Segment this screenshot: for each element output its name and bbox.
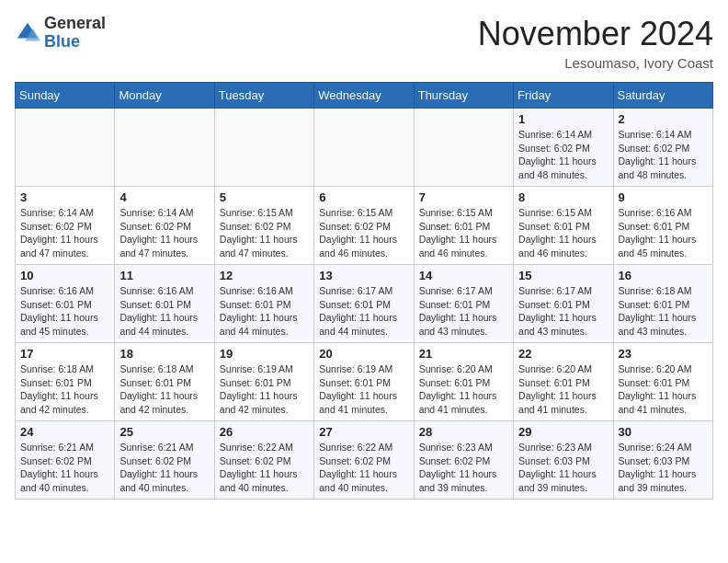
day-info: Sunrise: 6:23 AMSunset: 6:03 PMDaylight:…: [518, 441, 608, 495]
day-info: Sunrise: 6:20 AMSunset: 6:01 PMDaylight:…: [518, 362, 608, 417]
day-info: Sunrise: 6:20 AMSunset: 6:01 PMDaylight:…: [619, 362, 708, 417]
calendar-cell: 17Sunrise: 6:18 AMSunset: 6:01 PMDayligh…: [16, 343, 115, 421]
day-info: Sunrise: 6:18 AMSunset: 6:01 PMDaylight:…: [119, 362, 209, 417]
weekday-header-saturday: Saturday: [613, 83, 712, 109]
day-number: 18: [119, 347, 209, 361]
day-number: 28: [419, 425, 508, 439]
calendar-cell: 23Sunrise: 6:20 AMSunset: 6:01 PMDayligh…: [613, 343, 712, 421]
calendar-cell: 11Sunrise: 6:16 AMSunset: 6:01 PMDayligh…: [115, 265, 214, 343]
day-number: 30: [619, 425, 708, 439]
day-number: 17: [20, 347, 109, 361]
calendar-cell: 5Sunrise: 6:15 AMSunset: 6:02 PMDaylight…: [214, 187, 313, 265]
day-number: 14: [419, 269, 508, 282]
calendar-cell: [314, 109, 414, 187]
calendar-cell: 16Sunrise: 6:18 AMSunset: 6:01 PMDayligh…: [613, 265, 712, 343]
calendar-cell: 27Sunrise: 6:22 AMSunset: 6:02 PMDayligh…: [314, 421, 414, 500]
day-info: Sunrise: 6:14 AMSunset: 6:02 PMDaylight:…: [20, 206, 109, 260]
day-number: 26: [220, 425, 309, 439]
day-info: Sunrise: 6:22 AMSunset: 6:02 PMDaylight:…: [319, 441, 408, 495]
logo-general-text: General: [44, 14, 106, 32]
calendar-cell: [414, 109, 513, 187]
title-block: November 2024 Lesoumaso, Ivory Coast: [478, 15, 713, 71]
day-number: 21: [419, 347, 508, 361]
calendar-cell: 20Sunrise: 6:19 AMSunset: 6:01 PMDayligh…: [314, 343, 414, 421]
day-info: Sunrise: 6:15 AMSunset: 6:02 PMDaylight:…: [220, 206, 309, 260]
day-info: Sunrise: 6:17 AMSunset: 6:01 PMDaylight:…: [419, 284, 508, 339]
day-info: Sunrise: 6:14 AMSunset: 6:02 PMDaylight:…: [119, 206, 209, 260]
calendar-table: SundayMondayTuesdayWednesdayThursdayFrid…: [15, 82, 713, 500]
weekday-header-thursday: Thursday: [414, 83, 513, 109]
calendar-cell: 12Sunrise: 6:16 AMSunset: 6:01 PMDayligh…: [214, 265, 313, 343]
day-number: 25: [119, 425, 209, 439]
day-info: Sunrise: 6:14 AMSunset: 6:02 PMDaylight:…: [518, 128, 608, 182]
calendar-cell: 13Sunrise: 6:17 AMSunset: 6:01 PMDayligh…: [314, 265, 414, 343]
day-number: 11: [119, 269, 209, 282]
day-info: Sunrise: 6:15 AMSunset: 6:01 PMDaylight:…: [419, 206, 508, 260]
logo: General Blue: [15, 15, 106, 52]
calendar-cell: 10Sunrise: 6:16 AMSunset: 6:01 PMDayligh…: [16, 265, 115, 343]
calendar-week-5: 24Sunrise: 6:21 AMSunset: 6:02 PMDayligh…: [16, 421, 713, 500]
calendar-cell: 1Sunrise: 6:14 AMSunset: 6:02 PMDaylight…: [514, 109, 613, 187]
day-number: 29: [518, 425, 608, 439]
calendar-cell: 19Sunrise: 6:19 AMSunset: 6:01 PMDayligh…: [214, 343, 313, 421]
day-number: 13: [319, 269, 408, 282]
day-number: 27: [319, 425, 408, 439]
weekday-header-sunday: Sunday: [16, 83, 115, 109]
calendar-cell: [16, 109, 115, 187]
calendar-cell: 21Sunrise: 6:20 AMSunset: 6:01 PMDayligh…: [414, 343, 513, 421]
calendar-cell: [214, 109, 313, 187]
day-info: Sunrise: 6:16 AMSunset: 6:01 PMDaylight:…: [619, 206, 708, 260]
day-info: Sunrise: 6:22 AMSunset: 6:02 PMDaylight:…: [220, 441, 309, 495]
day-info: Sunrise: 6:18 AMSunset: 6:01 PMDaylight:…: [20, 362, 109, 417]
calendar-week-2: 3Sunrise: 6:14 AMSunset: 6:02 PMDaylight…: [16, 187, 713, 265]
day-info: Sunrise: 6:24 AMSunset: 6:03 PMDaylight:…: [619, 441, 708, 495]
calendar-cell: 8Sunrise: 6:15 AMSunset: 6:01 PMDaylight…: [514, 187, 613, 265]
calendar-week-1: 1Sunrise: 6:14 AMSunset: 6:02 PMDaylight…: [16, 109, 713, 187]
day-info: Sunrise: 6:19 AMSunset: 6:01 PMDaylight:…: [319, 362, 408, 417]
calendar-week-4: 17Sunrise: 6:18 AMSunset: 6:01 PMDayligh…: [16, 343, 713, 421]
calendar-cell: 18Sunrise: 6:18 AMSunset: 6:01 PMDayligh…: [115, 343, 214, 421]
day-number: 5: [220, 190, 309, 204]
page-header: General Blue November 2024 Lesoumaso, Iv…: [15, 15, 713, 71]
day-info: Sunrise: 6:17 AMSunset: 6:01 PMDaylight:…: [518, 284, 608, 339]
weekday-header-wednesday: Wednesday: [314, 83, 414, 109]
location: Lesoumaso, Ivory Coast: [478, 55, 713, 71]
calendar-cell: 2Sunrise: 6:14 AMSunset: 6:02 PMDaylight…: [613, 109, 712, 187]
day-number: 1: [518, 112, 608, 126]
day-info: Sunrise: 6:16 AMSunset: 6:01 PMDaylight:…: [220, 284, 309, 339]
day-info: Sunrise: 6:14 AMSunset: 6:02 PMDaylight:…: [619, 128, 708, 182]
logo-blue-text: Blue: [44, 32, 80, 51]
calendar-cell: 14Sunrise: 6:17 AMSunset: 6:01 PMDayligh…: [414, 265, 513, 343]
day-number: 22: [518, 347, 608, 361]
day-number: 3: [20, 190, 109, 204]
calendar-cell: 29Sunrise: 6:23 AMSunset: 6:03 PMDayligh…: [514, 421, 613, 500]
day-info: Sunrise: 6:15 AMSunset: 6:01 PMDaylight:…: [518, 206, 608, 260]
calendar-cell: 4Sunrise: 6:14 AMSunset: 6:02 PMDaylight…: [115, 187, 214, 265]
day-number: 9: [619, 190, 708, 204]
day-info: Sunrise: 6:20 AMSunset: 6:01 PMDaylight:…: [419, 362, 508, 417]
logo-icon: [15, 20, 40, 46]
calendar-cell: 3Sunrise: 6:14 AMSunset: 6:02 PMDaylight…: [16, 187, 115, 265]
day-number: 8: [518, 190, 608, 204]
day-number: 23: [619, 347, 708, 361]
day-number: 24: [20, 425, 109, 439]
day-number: 12: [220, 269, 309, 282]
calendar-cell: 15Sunrise: 6:17 AMSunset: 6:01 PMDayligh…: [514, 265, 613, 343]
day-number: 10: [20, 269, 109, 282]
calendar-cell: 22Sunrise: 6:20 AMSunset: 6:01 PMDayligh…: [514, 343, 613, 421]
day-number: 19: [220, 347, 309, 361]
day-number: 2: [619, 112, 708, 126]
calendar-cell: 30Sunrise: 6:24 AMSunset: 6:03 PMDayligh…: [613, 421, 712, 500]
day-info: Sunrise: 6:21 AMSunset: 6:02 PMDaylight:…: [20, 441, 109, 495]
calendar-cell: 26Sunrise: 6:22 AMSunset: 6:02 PMDayligh…: [214, 421, 313, 500]
day-number: 6: [319, 190, 408, 204]
day-number: 16: [619, 269, 708, 282]
day-number: 7: [419, 190, 508, 204]
calendar-cell: 6Sunrise: 6:15 AMSunset: 6:02 PMDaylight…: [314, 187, 414, 265]
day-info: Sunrise: 6:18 AMSunset: 6:01 PMDaylight:…: [619, 284, 708, 339]
day-info: Sunrise: 6:16 AMSunset: 6:01 PMDaylight:…: [20, 284, 109, 339]
weekday-header-monday: Monday: [115, 83, 214, 109]
day-number: 4: [119, 190, 209, 204]
weekday-header-tuesday: Tuesday: [214, 83, 313, 109]
day-info: Sunrise: 6:19 AMSunset: 6:01 PMDaylight:…: [220, 362, 309, 417]
